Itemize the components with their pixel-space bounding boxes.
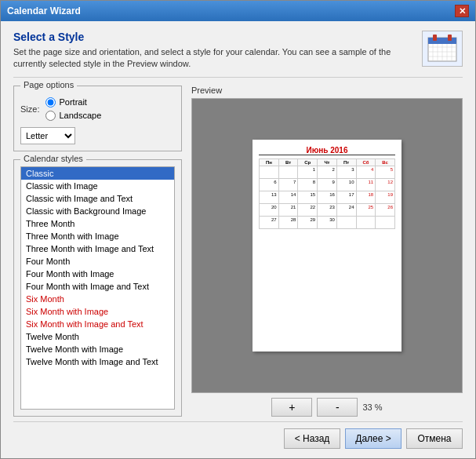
calendar-day-cell: 25 — [356, 203, 376, 216]
svg-rect-10 — [433, 35, 437, 41]
calendar-grid: Пн Вт Ср Чт Пт Сб Вс — [259, 158, 395, 229]
calendar-day-cell: 22 — [298, 203, 318, 216]
style-item[interactable]: Three Month with Image — [21, 230, 174, 242]
landscape-label: Landscape — [59, 111, 101, 120]
main-area: Page options Size: Portrait — [13, 86, 463, 417]
header-section: Select a Style Set the page size and ori… — [13, 31, 463, 78]
page-options-label: Page options — [20, 80, 77, 89]
size-row: Size: Portrait Landscape — [20, 97, 175, 121]
zoom-out-button[interactable]: - — [317, 398, 358, 417]
calendar-day-cell: 6 — [260, 178, 279, 191]
calendar-day-cell — [260, 166, 279, 178]
col-wed: Ср — [298, 158, 318, 166]
calendar-day-cell: 14 — [278, 191, 298, 203]
header-description: Set the page size and orientation, and s… — [13, 46, 414, 71]
styles-list[interactable]: ClassicClassic with ImageClassic with Im… — [20, 166, 175, 410]
col-sun: Вс — [376, 158, 395, 166]
calendar-day-cell — [278, 166, 298, 178]
calendar-day-cell: 11 — [356, 178, 376, 191]
footer: < Назад Далее > Отмена — [13, 421, 463, 452]
calendar-day-cell: 9 — [318, 178, 337, 191]
style-item[interactable]: Four Month — [21, 255, 174, 268]
calendar-day-cell: 20 — [260, 203, 279, 216]
calendar-day-cell: 23 — [318, 203, 337, 216]
portrait-radio[interactable] — [45, 97, 56, 107]
next-button[interactable]: Далее > — [345, 428, 402, 449]
calendar-day-cell: 8 — [298, 178, 318, 191]
calendar-day-cell: 15 — [298, 191, 318, 203]
calendar-day-cell: 1 — [298, 166, 318, 178]
style-item[interactable]: Four Month with Image and Text — [21, 280, 174, 293]
calendar-day-cell: 3 — [336, 166, 356, 178]
zoom-in-button[interactable]: + — [271, 398, 312, 417]
calendar-icon-svg — [427, 35, 458, 63]
page-options-group: Page options Size: Portrait — [13, 86, 182, 151]
calendar-day-cell: 26 — [376, 203, 395, 216]
calendar-week-row: 12345 — [260, 166, 395, 178]
calendar-day-cell: 4 — [356, 166, 376, 178]
style-item[interactable]: Classic with Image — [21, 180, 174, 192]
close-button[interactable]: ✕ — [455, 5, 469, 17]
col-sat: Сб — [356, 158, 376, 166]
calendar-day-cell: 19 — [376, 191, 395, 203]
calendar-styles-group: Calendar styles ClassicClassic with Imag… — [13, 159, 182, 417]
calendar-wizard-window: Calendar Wizard ✕ Select a Style Set the… — [0, 0, 476, 459]
style-item[interactable]: Three Month — [21, 217, 174, 230]
calendar-day-cell: 16 — [318, 191, 337, 203]
style-item[interactable]: Six Month with Image — [21, 305, 174, 318]
col-mon: Пн — [260, 158, 279, 166]
svg-rect-1 — [428, 38, 456, 44]
style-item[interactable]: Four Month with Image — [21, 268, 174, 280]
right-panel: Preview Июнь 2016 Пн Вт — [191, 86, 463, 417]
calendar-day-cell: 29 — [298, 216, 318, 228]
calendar-day-cell: 21 — [278, 203, 298, 216]
landscape-option[interactable]: Landscape — [45, 111, 101, 121]
portrait-label: Portrait — [59, 97, 86, 107]
window-title: Calendar Wizard — [7, 5, 81, 16]
zoom-percent: 33 % — [362, 403, 382, 412]
style-item[interactable]: Twelve Month — [21, 330, 174, 343]
calendar-day-cell: 30 — [318, 216, 337, 228]
back-button[interactable]: < Назад — [284, 428, 340, 449]
style-item[interactable]: Twelve Month with Image and Text — [21, 355, 174, 368]
zoom-bar: + - 33 % — [191, 398, 463, 417]
calendar-day-cell — [376, 216, 395, 228]
col-tue: Вт — [278, 158, 298, 166]
calendar-day-cell: 5 — [376, 166, 395, 178]
calendar-day-cell — [356, 216, 376, 228]
calendar-week-row: 6789101112 — [260, 178, 395, 191]
calendar-month-title: Июнь 2016 — [259, 146, 395, 155]
calendar-week-row: 13141516171819 — [260, 191, 395, 203]
svg-rect-11 — [448, 35, 452, 41]
preview-label: Preview — [191, 86, 463, 95]
style-item[interactable]: Classic with Image and Text — [21, 192, 174, 205]
page-title: Select a Style — [13, 31, 414, 43]
style-item[interactable]: Six Month — [21, 293, 174, 305]
calendar-table: Пн Вт Ср Чт Пт Сб Вс — [259, 158, 395, 229]
size-label: Size: — [20, 104, 39, 114]
calendar-day-cell: 18 — [356, 191, 376, 203]
calendar-header-row: Пн Вт Ср Чт Пт Сб Вс — [260, 158, 395, 166]
calendar-day-cell: 27 — [260, 216, 279, 228]
calendar-icon — [422, 31, 463, 67]
landscape-radio[interactable] — [45, 111, 56, 121]
calendar-day-cell: 12 — [376, 178, 395, 191]
calendar-week-row: 20212223242526 — [260, 203, 395, 216]
titlebar: Calendar Wizard ✕ — [1, 1, 475, 21]
header-text: Select a Style Set the page size and ori… — [13, 31, 414, 71]
size-select[interactable]: Letter A4 Legal — [20, 127, 75, 144]
page-options-content: Size: Portrait Landscape — [20, 97, 175, 144]
style-item[interactable]: Three Month with Image and Text — [21, 242, 174, 255]
cancel-button[interactable]: Отмена — [406, 428, 463, 449]
style-item[interactable]: Twelve Month with Image — [21, 343, 174, 355]
calendar-day-cell: 2 — [318, 166, 337, 178]
calendar-day-cell: 17 — [336, 191, 356, 203]
portrait-option[interactable]: Portrait — [45, 97, 101, 107]
content-area: Select a Style Set the page size and ori… — [1, 21, 475, 458]
col-thu: Чт — [318, 158, 337, 166]
style-item[interactable]: Classic with Background Image — [21, 205, 174, 217]
style-item[interactable]: Classic — [21, 167, 174, 180]
calendar-styles-label: Calendar styles — [20, 154, 86, 163]
style-item[interactable]: Six Month with Image and Text — [21, 318, 174, 330]
calendar-month-text: Июнь 2016 — [307, 146, 348, 155]
